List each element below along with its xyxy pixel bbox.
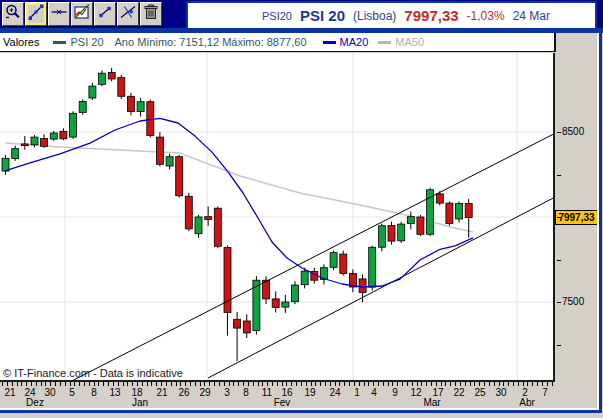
candle-body [369,247,376,287]
date-axis-tick [127,382,128,386]
date-axis-tick [291,382,292,386]
candlestick-chart[interactable] [0,53,553,380]
zoom-tool-button[interactable] [2,2,24,26]
candle-body [166,157,173,166]
date-axis-tick [479,382,480,386]
candle-body [465,203,472,217]
date-axis-tick [248,382,249,386]
trash-tool-button[interactable] [140,2,162,26]
date-axis-tick [344,382,345,386]
date-axis-tick [445,382,446,386]
price-axis-tick [557,302,561,303]
candle-body [12,149,19,159]
date-axis-day-label: 30 [44,387,55,398]
candle-body [70,113,77,137]
date-axis-tick [79,382,80,386]
date-axis-day-label: 13 [109,387,120,398]
change-percent-label: -1,03% [467,9,505,23]
date-axis-month-label: Jan [132,397,148,408]
date-axis-tick [142,382,143,386]
date-axis-month-label: Dez [26,397,44,408]
date-axis-day-label: 25 [474,387,485,398]
zoom-icon [4,3,22,25]
date-axis-tick [176,382,177,386]
date-axis-tick [311,382,312,386]
date-axis-tick [229,382,230,386]
candle-body [205,217,212,220]
date-axis[interactable]: 2124305813182126293811161924149121722253… [0,382,557,408]
trendline-tool-button[interactable] [25,2,47,26]
date-axis-tick [84,382,85,386]
date-axis-tick [513,382,514,386]
date-axis-day-label: 11 [262,387,272,398]
date-axis-tick [98,382,99,386]
candle-body [398,224,405,241]
date-axis-tick [537,382,538,386]
date-axis-tick [412,382,413,386]
date-axis-tick [233,382,234,386]
price-axis[interactable]: 7997,33 85007500 [557,33,597,408]
date-axis-tick [286,382,287,386]
date-axis-tick [421,382,422,386]
date-axis-tick [306,382,307,386]
segment-icon [96,3,114,25]
date-axis-day-label: 29 [199,387,210,398]
date-axis-tick [320,382,321,386]
candle-body [359,279,366,293]
price-axis-tick [557,132,561,133]
chart-plot-area[interactable] [0,53,555,382]
date-axis-tick [431,382,432,386]
indicator-window-tool-button[interactable] [71,2,93,26]
trend-channel-line[interactable] [72,133,553,380]
date-axis-tick [465,382,466,386]
date-axis-tick [508,382,509,386]
date-axis-day-label: 8 [91,387,97,398]
candle-body [2,158,9,171]
toolbar: PSI20 PSI 20 (Lisboa) 7997,33 -1,03% 24 … [0,0,603,28]
date-axis-tick [301,382,302,386]
date-axis-tick [339,382,340,386]
date-axis-tick [151,382,152,386]
candle-body [330,253,337,268]
segment-tool-button[interactable] [94,2,116,26]
date-axis-tick [74,382,75,386]
horizontal-line-tool-button[interactable] [48,2,70,26]
ma50-swatch [378,41,391,44]
date-axis-tick [166,382,167,386]
date-axis-tick [436,382,437,386]
candle-body [301,271,308,285]
candle-body [147,102,154,136]
date-axis-day-label: 7 [542,387,548,398]
candle-body [50,133,57,139]
candle-body [21,144,28,146]
year-range-label: Ano Mínimo: 7151,12 Máximo: 8877,60 [115,36,307,48]
date-axis-tick [282,382,283,386]
date-axis-tick [219,382,220,386]
date-axis-tick [161,382,162,386]
candle-body [195,217,202,234]
candle-body [156,137,163,164]
date-axis-tick [383,382,384,386]
date-axis-tick [147,382,148,386]
date-axis-tick [527,382,528,386]
date-axis-day-label: 5 [69,387,75,398]
candle-body [243,321,250,333]
date-axis-tick [426,382,427,386]
date-axis-day-label: 30 [495,387,506,398]
date-axis-tick [55,382,56,386]
quote-date-label: 24 Mar [513,9,550,23]
candle-body [89,86,96,98]
date-axis-tick [31,382,32,386]
date-axis-tick [460,382,461,386]
date-axis-tick [132,382,133,386]
date-axis-tick [253,382,254,386]
delete-line-tool-button[interactable] [117,2,139,26]
candle-body [388,226,395,242]
date-axis-tick [368,382,369,386]
date-axis-tick [335,382,336,386]
date-axis-tick [450,382,451,386]
candle-body [185,196,192,229]
date-axis-tick [272,382,273,386]
toolbar-buttons [2,2,162,26]
price-axis-tick [557,175,561,176]
